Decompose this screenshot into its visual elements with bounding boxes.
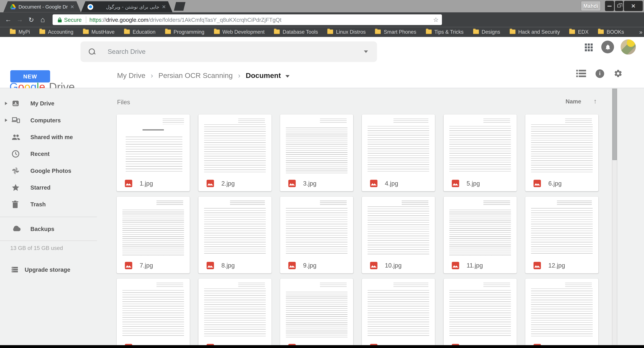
sort-control[interactable]: Name ↑ [566, 98, 597, 105]
folder-icon [83, 29, 88, 34]
bookmark-star-icon[interactable]: ☆ [431, 16, 439, 23]
file-card-13-jpg[interactable]: 13.jpg [117, 279, 190, 348]
account-avatar[interactable] [620, 39, 636, 55]
back-button[interactable]: ← [2, 16, 14, 23]
image-file-icon [452, 180, 459, 187]
breadcrumb-my-drive[interactable]: My Drive [117, 71, 146, 80]
file-name: 10.jpg [385, 262, 402, 269]
file-card-17-jpg[interactable]: 17.jpg [444, 279, 517, 348]
window-minimize-button[interactable] [605, 1, 614, 11]
scrollbar-thumb[interactable] [612, 89, 617, 160]
sort-ascending-arrow-icon[interactable]: ↑ [594, 98, 597, 105]
new-tab-button[interactable] [174, 2, 186, 10]
tab-close-icon[interactable]: ✕ [70, 4, 74, 9]
image-file-icon [370, 180, 378, 187]
window-close-button[interactable]: ✕ [624, 1, 643, 11]
file-card-7-jpg[interactable]: 7.jpg [117, 197, 190, 273]
bookmark-item-accounting[interactable]: Accounting [40, 29, 74, 35]
sidebar-item-backups[interactable]: Backups [0, 221, 97, 237]
bookmark-label: MustHave [92, 29, 114, 35]
tab-close-icon[interactable]: ✕ [162, 4, 166, 9]
bookmark-item-linux-distros[interactable]: Linux Distros [327, 29, 366, 35]
bookmark-item-tips-tricks[interactable]: Tips & Tricks [426, 29, 464, 35]
bookmark-item-musthave[interactable]: MustHave [83, 29, 114, 35]
search-input[interactable] [107, 48, 364, 56]
file-card-1-jpg[interactable]: 1.jpg [117, 114, 190, 191]
bookmark-item-education[interactable]: Education [124, 29, 156, 35]
search-options-caret-icon[interactable] [364, 50, 368, 53]
drive-searchbox[interactable] [80, 41, 377, 62]
file-card-4-jpg[interactable]: 4.jpg [362, 114, 435, 191]
image-file-icon [534, 180, 541, 187]
file-card-10-jpg[interactable]: 10.jpg [362, 197, 435, 273]
bookmark-item-web-development[interactable]: Web Development [214, 29, 265, 35]
sidebar-item-upgrade-storage[interactable]: Upgrade storage [0, 262, 97, 277]
file-card-16-jpg[interactable]: 16.jpg [362, 279, 435, 348]
bookmark-item-programming[interactable]: Programming [165, 29, 204, 35]
reload-button[interactable]: ↻ [26, 16, 37, 24]
file-card-6-jpg[interactable]: 6.jpg [525, 114, 598, 191]
bookmark-label: Programming [174, 29, 204, 35]
image-file-icon [206, 262, 214, 269]
bookmark-label: Smart Phones [384, 29, 416, 35]
bookmark-item-hack-and-security[interactable]: Hack and Security [510, 29, 560, 35]
notifications-bell-icon[interactable] [601, 40, 614, 53]
new-button[interactable]: NEW [10, 70, 50, 82]
window-frame: Document - Google Drive ✕ جایی برای نوشت… [0, 0, 644, 12]
sidebar-item-google-photos[interactable]: Google Photos [0, 162, 97, 179]
file-card-3-jpg[interactable]: 3.jpg [280, 114, 353, 191]
file-card-11-jpg[interactable]: 11.jpg [444, 197, 517, 273]
expand-arrow-icon[interactable] [5, 102, 8, 105]
browser-profile-button[interactable]: Mahdi [581, 1, 601, 11]
sort-by-name[interactable]: Name [566, 98, 581, 105]
bookmark-item-database-tools[interactable]: Database Tools [274, 29, 318, 35]
search-icon[interactable] [88, 48, 96, 56]
apps-grid-icon[interactable] [585, 43, 593, 51]
file-card-8-jpg[interactable]: 8.jpg [198, 197, 272, 273]
file-card-5-jpg[interactable]: 5.jpg [444, 114, 517, 191]
expand-arrow-icon[interactable] [5, 119, 8, 122]
bookmarks-overflow-chevron[interactable]: » [639, 28, 642, 35]
breadcrumb-persian-ocr-scanning[interactable]: Persian OCR Scanning [158, 71, 233, 80]
recent-clock-icon [12, 150, 20, 158]
home-button[interactable]: ⌂ [37, 15, 48, 24]
sidebar-item-trash[interactable]: Trash [0, 196, 97, 213]
window-restore-button[interactable] [615, 1, 623, 11]
files-section-label: Files [117, 99, 130, 106]
folder-icon [375, 29, 381, 34]
bookmark-item-books[interactable]: BOOKs [598, 29, 624, 35]
security-chip[interactable]: Secure [56, 16, 84, 23]
bookmark-item-mypi[interactable]: MyPi [10, 29, 30, 35]
tab-virgool[interactable]: جایی برای نوشتن - ویرگول ✕ [81, 1, 172, 12]
settings-gear-icon[interactable] [614, 69, 623, 78]
info-icon[interactable]: i [596, 69, 604, 78]
sidebar-item-recent[interactable]: Recent [0, 146, 97, 162]
tab-google-drive[interactable]: Document - Google Drive ✕ [3, 1, 81, 12]
bookmark-item-smart-phones[interactable]: Smart Phones [375, 29, 416, 35]
file-meta: 11.jpg [444, 258, 517, 273]
file-card-15-jpg[interactable]: 15.jpg [280, 279, 353, 348]
bookmark-item-designs[interactable]: Designs [473, 29, 500, 35]
file-card-9-jpg[interactable]: 9.jpg [280, 197, 353, 273]
folder-menu-caret-icon[interactable] [286, 75, 290, 78]
sidebar-item-computers[interactable]: Computers [0, 112, 97, 128]
file-name: 11.jpg [466, 262, 483, 269]
folder-icon [214, 29, 220, 34]
breadcrumb-current-document[interactable]: Document [246, 71, 281, 80]
file-card-14-jpg[interactable]: 14.jpg [198, 279, 272, 348]
address-bar[interactable]: Secure https://drive.google.com/drive/fo… [52, 14, 442, 25]
file-card-2-jpg[interactable]: 2.jpg [198, 114, 272, 191]
sidebar-item-my-drive[interactable]: My Drive [0, 95, 97, 112]
sidebar-item-starred[interactable]: Starred [0, 179, 97, 196]
storage-usage-text: 13 GB of 15 GB used [10, 245, 63, 251]
image-file-icon [288, 180, 296, 187]
sidebar-divider [0, 241, 97, 241]
file-card-12-jpg[interactable]: 12.jpg [525, 197, 598, 273]
list-view-icon[interactable] [576, 70, 586, 77]
minimize-icon [608, 5, 612, 6]
file-card-18-jpg[interactable]: 18.jpg [525, 279, 598, 348]
file-thumbnail [117, 279, 190, 340]
sidebar-item-shared-with-me[interactable]: Shared with me [0, 129, 97, 145]
bookmark-item-edx[interactable]: EDX [569, 29, 588, 35]
file-thumbnail [280, 197, 353, 258]
